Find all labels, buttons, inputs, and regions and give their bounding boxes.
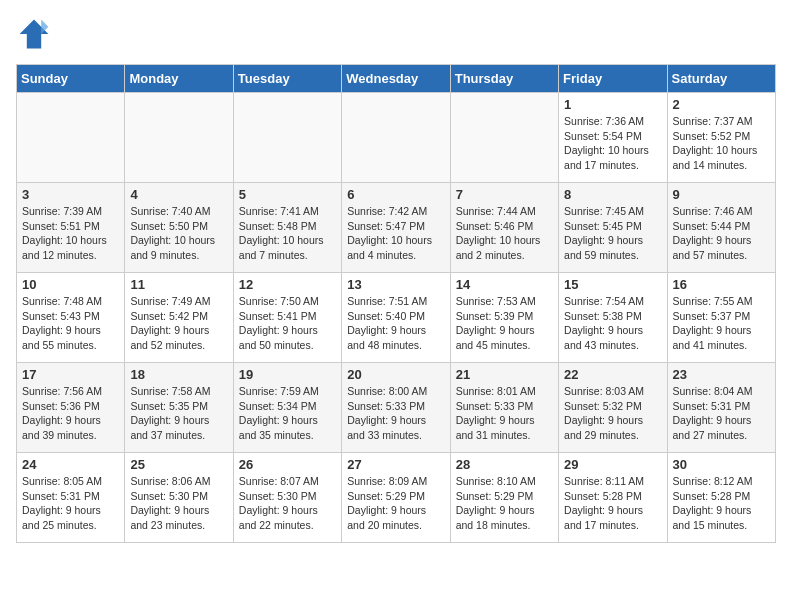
logo: [16, 16, 58, 52]
day-number: 30: [673, 457, 770, 472]
day-info: Sunrise: 8:04 AM Sunset: 5:31 PM Dayligh…: [673, 384, 770, 443]
day-cell: 22Sunrise: 8:03 AM Sunset: 5:32 PM Dayli…: [559, 363, 667, 453]
day-info: Sunrise: 8:11 AM Sunset: 5:28 PM Dayligh…: [564, 474, 661, 533]
day-info: Sunrise: 8:07 AM Sunset: 5:30 PM Dayligh…: [239, 474, 336, 533]
day-number: 10: [22, 277, 119, 292]
day-info: Sunrise: 7:55 AM Sunset: 5:37 PM Dayligh…: [673, 294, 770, 353]
day-cell: 2Sunrise: 7:37 AM Sunset: 5:52 PM Daylig…: [667, 93, 775, 183]
day-cell: [17, 93, 125, 183]
page-header: [16, 16, 776, 52]
day-cell: 19Sunrise: 7:59 AM Sunset: 5:34 PM Dayli…: [233, 363, 341, 453]
day-number: 17: [22, 367, 119, 382]
day-info: Sunrise: 8:09 AM Sunset: 5:29 PM Dayligh…: [347, 474, 444, 533]
day-cell: 21Sunrise: 8:01 AM Sunset: 5:33 PM Dayli…: [450, 363, 558, 453]
header-wednesday: Wednesday: [342, 65, 450, 93]
week-row-2: 3Sunrise: 7:39 AM Sunset: 5:51 PM Daylig…: [17, 183, 776, 273]
day-cell: [450, 93, 558, 183]
day-cell: 9Sunrise: 7:46 AM Sunset: 5:44 PM Daylig…: [667, 183, 775, 273]
day-cell: 16Sunrise: 7:55 AM Sunset: 5:37 PM Dayli…: [667, 273, 775, 363]
day-info: Sunrise: 8:06 AM Sunset: 5:30 PM Dayligh…: [130, 474, 227, 533]
day-info: Sunrise: 7:40 AM Sunset: 5:50 PM Dayligh…: [130, 204, 227, 263]
day-cell: 13Sunrise: 7:51 AM Sunset: 5:40 PM Dayli…: [342, 273, 450, 363]
day-number: 18: [130, 367, 227, 382]
day-number: 15: [564, 277, 661, 292]
day-cell: 14Sunrise: 7:53 AM Sunset: 5:39 PM Dayli…: [450, 273, 558, 363]
day-number: 23: [673, 367, 770, 382]
week-row-4: 17Sunrise: 7:56 AM Sunset: 5:36 PM Dayli…: [17, 363, 776, 453]
day-info: Sunrise: 7:50 AM Sunset: 5:41 PM Dayligh…: [239, 294, 336, 353]
day-number: 2: [673, 97, 770, 112]
day-cell: 1Sunrise: 7:36 AM Sunset: 5:54 PM Daylig…: [559, 93, 667, 183]
day-cell: 20Sunrise: 8:00 AM Sunset: 5:33 PM Dayli…: [342, 363, 450, 453]
day-number: 4: [130, 187, 227, 202]
day-number: 9: [673, 187, 770, 202]
day-cell: [233, 93, 341, 183]
calendar-body: 1Sunrise: 7:36 AM Sunset: 5:54 PM Daylig…: [17, 93, 776, 543]
day-cell: 10Sunrise: 7:48 AM Sunset: 5:43 PM Dayli…: [17, 273, 125, 363]
day-number: 8: [564, 187, 661, 202]
day-cell: 28Sunrise: 8:10 AM Sunset: 5:29 PM Dayli…: [450, 453, 558, 543]
day-number: 12: [239, 277, 336, 292]
week-row-3: 10Sunrise: 7:48 AM Sunset: 5:43 PM Dayli…: [17, 273, 776, 363]
day-info: Sunrise: 7:42 AM Sunset: 5:47 PM Dayligh…: [347, 204, 444, 263]
day-number: 14: [456, 277, 553, 292]
day-number: 24: [22, 457, 119, 472]
day-info: Sunrise: 8:12 AM Sunset: 5:28 PM Dayligh…: [673, 474, 770, 533]
week-row-1: 1Sunrise: 7:36 AM Sunset: 5:54 PM Daylig…: [17, 93, 776, 183]
day-number: 28: [456, 457, 553, 472]
day-cell: 4Sunrise: 7:40 AM Sunset: 5:50 PM Daylig…: [125, 183, 233, 273]
day-number: 13: [347, 277, 444, 292]
day-info: Sunrise: 8:00 AM Sunset: 5:33 PM Dayligh…: [347, 384, 444, 443]
header-friday: Friday: [559, 65, 667, 93]
logo-icon: [16, 16, 52, 52]
day-info: Sunrise: 7:46 AM Sunset: 5:44 PM Dayligh…: [673, 204, 770, 263]
day-info: Sunrise: 7:41 AM Sunset: 5:48 PM Dayligh…: [239, 204, 336, 263]
day-cell: 15Sunrise: 7:54 AM Sunset: 5:38 PM Dayli…: [559, 273, 667, 363]
day-number: 20: [347, 367, 444, 382]
day-number: 29: [564, 457, 661, 472]
day-info: Sunrise: 7:54 AM Sunset: 5:38 PM Dayligh…: [564, 294, 661, 353]
day-cell: 3Sunrise: 7:39 AM Sunset: 5:51 PM Daylig…: [17, 183, 125, 273]
header-tuesday: Tuesday: [233, 65, 341, 93]
day-info: Sunrise: 7:39 AM Sunset: 5:51 PM Dayligh…: [22, 204, 119, 263]
day-info: Sunrise: 7:58 AM Sunset: 5:35 PM Dayligh…: [130, 384, 227, 443]
day-number: 25: [130, 457, 227, 472]
header-saturday: Saturday: [667, 65, 775, 93]
day-info: Sunrise: 8:05 AM Sunset: 5:31 PM Dayligh…: [22, 474, 119, 533]
day-info: Sunrise: 7:45 AM Sunset: 5:45 PM Dayligh…: [564, 204, 661, 263]
header-monday: Monday: [125, 65, 233, 93]
day-info: Sunrise: 7:37 AM Sunset: 5:52 PM Dayligh…: [673, 114, 770, 173]
day-number: 26: [239, 457, 336, 472]
day-cell: 24Sunrise: 8:05 AM Sunset: 5:31 PM Dayli…: [17, 453, 125, 543]
day-number: 6: [347, 187, 444, 202]
day-cell: [342, 93, 450, 183]
day-cell: 17Sunrise: 7:56 AM Sunset: 5:36 PM Dayli…: [17, 363, 125, 453]
day-cell: 25Sunrise: 8:06 AM Sunset: 5:30 PM Dayli…: [125, 453, 233, 543]
day-info: Sunrise: 7:49 AM Sunset: 5:42 PM Dayligh…: [130, 294, 227, 353]
day-cell: 29Sunrise: 8:11 AM Sunset: 5:28 PM Dayli…: [559, 453, 667, 543]
day-cell: [125, 93, 233, 183]
day-number: 16: [673, 277, 770, 292]
day-info: Sunrise: 8:10 AM Sunset: 5:29 PM Dayligh…: [456, 474, 553, 533]
header-sunday: Sunday: [17, 65, 125, 93]
day-cell: 6Sunrise: 7:42 AM Sunset: 5:47 PM Daylig…: [342, 183, 450, 273]
day-number: 22: [564, 367, 661, 382]
day-number: 27: [347, 457, 444, 472]
day-info: Sunrise: 7:53 AM Sunset: 5:39 PM Dayligh…: [456, 294, 553, 353]
day-cell: 11Sunrise: 7:49 AM Sunset: 5:42 PM Dayli…: [125, 273, 233, 363]
day-info: Sunrise: 7:48 AM Sunset: 5:43 PM Dayligh…: [22, 294, 119, 353]
day-info: Sunrise: 7:56 AM Sunset: 5:36 PM Dayligh…: [22, 384, 119, 443]
day-number: 11: [130, 277, 227, 292]
day-info: Sunrise: 7:51 AM Sunset: 5:40 PM Dayligh…: [347, 294, 444, 353]
day-cell: 27Sunrise: 8:09 AM Sunset: 5:29 PM Dayli…: [342, 453, 450, 543]
day-info: Sunrise: 8:03 AM Sunset: 5:32 PM Dayligh…: [564, 384, 661, 443]
day-info: Sunrise: 7:44 AM Sunset: 5:46 PM Dayligh…: [456, 204, 553, 263]
day-cell: 18Sunrise: 7:58 AM Sunset: 5:35 PM Dayli…: [125, 363, 233, 453]
week-row-5: 24Sunrise: 8:05 AM Sunset: 5:31 PM Dayli…: [17, 453, 776, 543]
day-cell: 8Sunrise: 7:45 AM Sunset: 5:45 PM Daylig…: [559, 183, 667, 273]
header-thursday: Thursday: [450, 65, 558, 93]
day-number: 21: [456, 367, 553, 382]
day-cell: 5Sunrise: 7:41 AM Sunset: 5:48 PM Daylig…: [233, 183, 341, 273]
day-info: Sunrise: 8:01 AM Sunset: 5:33 PM Dayligh…: [456, 384, 553, 443]
calendar-header: SundayMondayTuesdayWednesdayThursdayFrid…: [17, 65, 776, 93]
